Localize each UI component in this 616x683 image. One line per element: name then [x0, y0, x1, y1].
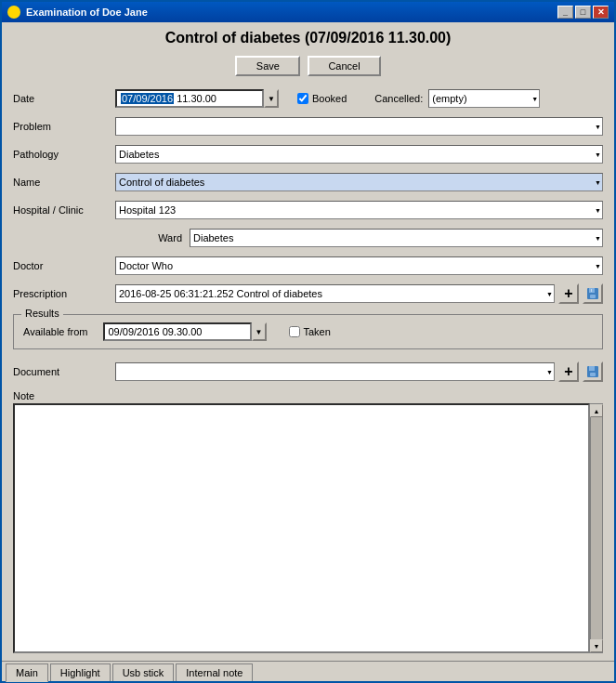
problem-select-wrap: ▼ [115, 117, 603, 136]
title-bar: Examination of Doe Jane _ □ ✕ [2, 2, 614, 22]
taken-checkbox[interactable] [289, 326, 300, 337]
title-controls: _ □ ✕ [557, 6, 609, 19]
svg-rect-3 [591, 289, 592, 292]
ward-label: Ward [115, 232, 190, 243]
form-area: Date 07/09/2016 11.30.00 ▼ Booked Cancel… [13, 87, 603, 653]
doctor-label: Doctor [13, 260, 115, 271]
cancelled-label: Cancelled: [374, 93, 423, 104]
date-value: 07/09/2016 [121, 93, 174, 104]
available-from-label: Available from [23, 326, 88, 337]
date-dropdown-arrow[interactable]: ▼ [264, 89, 279, 108]
scrollbar-down-button[interactable]: ▼ [590, 639, 603, 652]
date-input[interactable]: 07/09/2016 11.30.00 [115, 89, 264, 108]
pathology-select[interactable]: Diabetes [115, 145, 603, 164]
svg-rect-6 [590, 373, 596, 376]
prescription-add-button[interactable]: + [558, 283, 579, 304]
note-scrollbar[interactable]: ▲ ▼ [590, 403, 603, 653]
save-button[interactable]: Save [235, 56, 300, 76]
taken-label: Taken [304, 326, 331, 337]
hospital-label: Hospital / Clinic [13, 204, 115, 216]
hospital-select-wrap: Hospital 123 ▼ [115, 201, 603, 219]
taken-area: Taken [289, 326, 331, 337]
prescription-select[interactable]: 2016-08-25 06:31:21.252 Control of diabe… [115, 284, 555, 303]
prescription-label: Prescription [13, 288, 115, 299]
results-legend: Results [21, 308, 63, 319]
available-from-date: 09/09/2016 [109, 326, 160, 337]
note-textarea-wrap: ▲ ▼ [13, 403, 603, 653]
booked-area: Booked [297, 93, 347, 104]
available-from-arrow[interactable]: ▼ [252, 322, 267, 341]
name-label: Name [13, 177, 115, 188]
prescription-row: Prescription 2016-08-25 06:31:21.252 Con… [13, 282, 603, 305]
time-value: 11.30.00 [177, 93, 216, 104]
hospital-row: Hospital / Clinic Hospital 123 ▼ [13, 199, 603, 221]
document-select[interactable] [115, 362, 555, 381]
name-select-wrap: Control of diabetes ▼ [115, 173, 603, 191]
date-row: Date 07/09/2016 11.30.00 ▼ Booked Cancel… [13, 87, 603, 110]
pathology-label: Pathology [13, 149, 115, 160]
ward-select[interactable]: Diabetes [190, 229, 603, 247]
toolbar: Save Cancel [13, 56, 603, 76]
main-window: Examination of Doe Jane _ □ ✕ Control of… [0, 0, 616, 683]
close-button[interactable]: ✕ [593, 6, 609, 19]
document-row: Document ▼ + [13, 361, 603, 383]
ward-row: Ward Diabetes ▼ [13, 227, 603, 249]
available-from-input-wrap: 09/09/2016 09.30.00 ▼ [103, 322, 267, 341]
doctor-select-wrap: Doctor Who ▼ [115, 256, 603, 275]
title-bar-left: Examination of Doe Jane [7, 6, 148, 19]
scrollbar-track [591, 417, 602, 639]
doctor-row: Doctor Doctor Who ▼ [13, 255, 603, 277]
prescription-select-wrap: 2016-08-25 06:31:21.252 Control of diabe… [115, 284, 555, 303]
booked-label: Booked [312, 93, 347, 104]
available-from-date-input[interactable]: 09/09/2016 09.30.00 [103, 322, 252, 341]
window-icon [7, 6, 20, 19]
cancel-button[interactable]: Cancel [308, 56, 380, 76]
document-select-wrap: ▼ [115, 362, 555, 381]
tab-internal-note[interactable]: Internal note [176, 663, 253, 681]
note-label: Note [13, 390, 603, 401]
hospital-select[interactable]: Hospital 123 [115, 201, 603, 219]
document-save-button[interactable] [583, 361, 603, 382]
document-save-icon [586, 365, 599, 378]
problem-label: Problem [13, 121, 115, 132]
svg-rect-2 [590, 295, 596, 298]
doctor-select[interactable]: Doctor Who [115, 256, 603, 275]
problem-select[interactable] [115, 117, 603, 136]
minimize-button[interactable]: _ [557, 6, 573, 19]
name-select[interactable]: Control of diabetes [115, 173, 603, 191]
tab-bar: Main Highlight Usb stick Internal note [2, 661, 614, 681]
pathology-row: Pathology Diabetes ▼ [13, 143, 603, 165]
scrollbar-up-button[interactable]: ▲ [590, 404, 603, 417]
pathology-select-wrap: Diabetes ▼ [115, 145, 603, 164]
available-from-time: 09.30.00 [163, 326, 203, 337]
window-title: Examination of Doe Jane [26, 7, 148, 18]
note-area: Note ▲ ▼ [13, 390, 603, 653]
content-area: Control of diabetes (07/09/2016 11.30.00… [2, 22, 614, 661]
cancelled-select-wrap: (empty) ▼ [428, 89, 540, 108]
tab-highlight[interactable]: Highlight [50, 663, 111, 681]
results-row: Available from 09/09/2016 09.30.00 ▼ Tak… [23, 322, 593, 341]
note-textarea[interactable] [13, 403, 590, 653]
problem-row: Problem ▼ [13, 115, 603, 138]
maximize-button[interactable]: □ [575, 6, 591, 19]
results-group: Results Available from 09/09/2016 09.30.… [13, 314, 603, 349]
document-add-button[interactable]: + [558, 361, 579, 382]
ward-select-wrap: Diabetes ▼ [190, 229, 603, 247]
prescription-save-button[interactable] [583, 283, 603, 304]
tab-usb-stick[interactable]: Usb stick [112, 663, 175, 681]
name-row: Name Control of diabetes ▼ [13, 171, 603, 193]
booked-checkbox[interactable] [297, 93, 308, 104]
page-title: Control of diabetes (07/09/2016 11.30.00… [13, 30, 603, 46]
date-label: Date [13, 93, 115, 104]
tab-main[interactable]: Main [6, 663, 48, 682]
document-label: Document [13, 366, 115, 377]
cancelled-select[interactable]: (empty) [428, 89, 540, 108]
svg-rect-5 [589, 366, 595, 371]
cancelled-area: Cancelled: (empty) ▼ [374, 89, 540, 108]
save-disk-icon [586, 287, 599, 300]
